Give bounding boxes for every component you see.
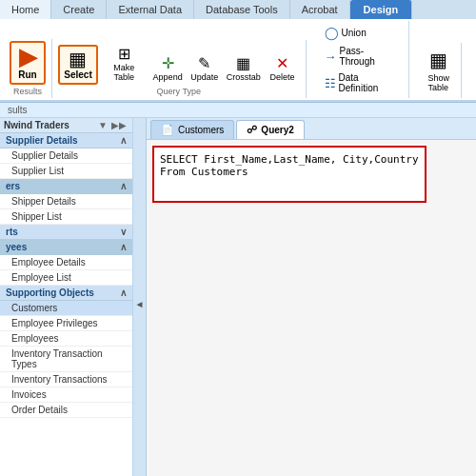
sidebar-collapse-arrow[interactable]: ▶▶ xyxy=(109,120,129,130)
query2-tab-label: Query2 xyxy=(261,125,293,135)
sidebar-section-supporting[interactable]: Supporting Objects ∧ xyxy=(0,286,132,301)
collapse-icon: ◄ xyxy=(135,299,145,309)
item-label: Customers xyxy=(11,303,57,313)
customers-tab-icon: 📄 xyxy=(161,124,174,136)
update-label: Update xyxy=(190,72,218,82)
datadef-button[interactable]: ☷ Data Definition xyxy=(320,69,403,96)
item-label: Supplier Details xyxy=(11,150,78,161)
sidebar-section-suppliers[interactable]: Supplier Details ∧ xyxy=(0,133,132,149)
make-table-button[interactable]: ⊞ Make Table xyxy=(100,42,148,85)
item-label: Employees xyxy=(11,333,58,344)
list-item[interactable]: Inventory Transaction Types xyxy=(0,347,132,372)
sidebar-title: Nwind Traders xyxy=(4,120,96,130)
query2-tab-icon: ☍ xyxy=(247,124,257,136)
run-button[interactable]: ▶ Run xyxy=(10,41,46,85)
delete-button[interactable]: ✕ Delete xyxy=(266,51,300,85)
main-content: Nwind Traders ▼ ▶▶ Supplier Details ∧ Su… xyxy=(0,118,476,476)
list-item[interactable]: Invoices xyxy=(0,387,132,403)
crosstab-icon: ▦ xyxy=(236,54,250,72)
list-item[interactable]: Employee List xyxy=(0,270,132,286)
passthrough-button[interactable]: → Pass-Through xyxy=(320,43,403,69)
results-text: sults xyxy=(8,105,28,115)
list-item[interactable]: Shipper List xyxy=(0,209,132,225)
ribbon-content: ▶ Run Results ▦ Select ⊞ Make Table ✛ Ap xyxy=(0,19,476,102)
select-label: Select xyxy=(64,69,91,80)
delete-label: Delete xyxy=(270,72,295,82)
sidebar-dropdown-arrow[interactable]: ▼ xyxy=(96,120,109,130)
ribbon: Home Create External Data Database Tools… xyxy=(0,0,476,103)
supporting-collapse-icon: ∧ xyxy=(120,288,127,298)
list-item[interactable]: Customers xyxy=(0,301,132,316)
tab-home[interactable]: Home xyxy=(0,0,51,19)
passthrough-label: Pass-Through xyxy=(340,46,398,67)
tab-database-tools[interactable]: Database Tools xyxy=(194,0,290,19)
item-label: Shipper Details xyxy=(11,196,76,207)
crosstab-button[interactable]: ▦ Crosstab xyxy=(224,51,264,85)
list-item[interactable]: Supplier List xyxy=(0,164,132,179)
union-icon: ◯ xyxy=(325,26,339,40)
sql-text: SELECT First_Name,Last_Name, City,Countr… xyxy=(160,153,419,178)
append-icon: ✛ xyxy=(162,54,174,72)
results-bar: sults xyxy=(0,103,476,118)
results-buttons: ▶ Run xyxy=(10,41,46,85)
tab-design[interactable]: Design xyxy=(350,0,413,19)
list-item[interactable]: Order Details xyxy=(0,403,132,418)
customers-section-label: ers xyxy=(6,181,20,191)
rts-section-label: rts xyxy=(6,227,18,237)
results-group-label: Results xyxy=(13,87,42,96)
ribbon-group-union: ◯ Union → Pass-Through ☷ Data Definition xyxy=(314,21,409,98)
ribbon-group-results: ▶ Run Results xyxy=(4,39,52,98)
ribbon-group-show-table: ▦ Show Table xyxy=(417,43,463,98)
list-item[interactable]: Employees xyxy=(0,331,132,347)
list-item[interactable]: Employee Details xyxy=(0,255,132,270)
query-area: 📄 Customers ☍ Query2 SELECT First_Name,L… xyxy=(147,118,476,476)
query-type-buttons: ▦ Select ⊞ Make Table ✛ Append ✎ Update … xyxy=(58,42,300,85)
show-table-button[interactable]: ▦ Show Table xyxy=(423,45,456,96)
make-table-icon: ⊞ xyxy=(118,45,130,63)
sidebar: Nwind Traders ▼ ▶▶ Supplier Details ∧ Su… xyxy=(0,118,133,476)
update-icon: ✎ xyxy=(198,54,210,72)
supporting-section-label: Supporting Objects xyxy=(6,288,94,298)
item-label: Employee Details xyxy=(11,257,86,268)
crosstab-label: Crosstab xyxy=(227,72,261,82)
update-button[interactable]: ✎ Update xyxy=(188,51,222,85)
sidebar-collapse-button[interactable]: ◄ xyxy=(133,118,147,476)
suppliers-section-label: Supplier Details xyxy=(6,135,78,146)
ribbon-group-insert: ⇥ Insert ⇤ Delete ⚙ Build... xyxy=(469,48,476,98)
employees-collapse-icon: ∧ xyxy=(120,242,127,252)
list-item[interactable]: Shipper Details xyxy=(0,194,132,209)
tab-create[interactable]: Create xyxy=(51,0,107,19)
tab-query2[interactable]: ☍ Query2 xyxy=(236,120,304,139)
item-label: Inventory Transactions xyxy=(11,374,108,385)
make-table-label: Make Table xyxy=(105,63,143,82)
item-label: Invoices xyxy=(11,389,47,400)
sidebar-section-employees[interactable]: yees ∧ xyxy=(0,240,132,255)
item-label: Employee Privileges xyxy=(11,318,98,328)
sql-editor[interactable]: SELECT First_Name,Last_Name, City,Countr… xyxy=(152,146,426,203)
tab-acrobat[interactable]: Acrobat xyxy=(290,0,350,19)
list-item[interactable]: Supplier Details xyxy=(0,149,132,164)
datadef-icon: ☷ xyxy=(325,76,336,90)
query-editor: SELECT First_Name,Last_Name, City,Countr… xyxy=(147,140,476,476)
delete-icon: ✕ xyxy=(276,54,288,72)
union-button[interactable]: ◯ Union xyxy=(320,23,371,43)
tab-customers[interactable]: 📄 Customers xyxy=(150,120,234,139)
query-type-group-label: Query Type xyxy=(157,87,201,96)
sidebar-header: Nwind Traders ▼ ▶▶ xyxy=(0,118,132,133)
tab-external-data[interactable]: External Data xyxy=(107,0,194,19)
sidebar-section-rts[interactable]: rts ∨ xyxy=(0,225,132,240)
list-item[interactable]: Inventory Transactions xyxy=(0,372,132,387)
item-label: Order Details xyxy=(11,405,68,415)
union-label: Union xyxy=(342,28,367,38)
list-item[interactable]: Employee Privileges xyxy=(0,316,132,331)
item-label: Shipper List xyxy=(11,211,62,222)
item-label: Supplier List xyxy=(11,166,64,176)
ribbon-tab-bar: Home Create External Data Database Tools… xyxy=(0,0,476,19)
ribbon-group-query-type: ▦ Select ⊞ Make Table ✛ Append ✎ Update … xyxy=(52,40,307,98)
select-button[interactable]: ▦ Select xyxy=(58,45,98,85)
run-label: Run xyxy=(18,69,36,80)
show-table-label: Show Table xyxy=(428,73,450,92)
sidebar-section-customers[interactable]: ers ∧ xyxy=(0,179,132,194)
customers-collapse-icon: ∧ xyxy=(120,181,127,191)
append-button[interactable]: ✛ Append xyxy=(149,51,185,85)
